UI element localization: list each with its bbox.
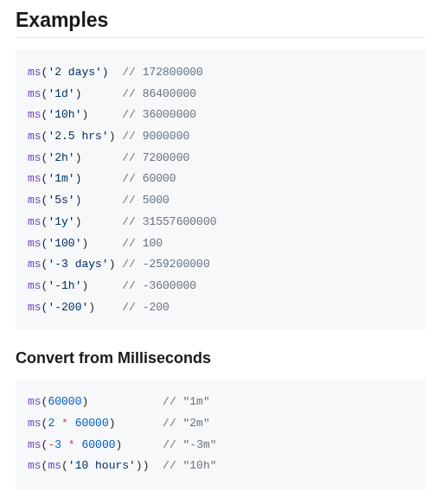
code-comment: // 86400000 xyxy=(122,87,196,100)
code-comment: // 60000 xyxy=(122,172,176,185)
code-comment: // 5000 xyxy=(122,194,169,207)
code-comment: // -200 xyxy=(122,301,169,314)
code-line: ms(2 * 60000) // "2m" xyxy=(28,413,413,435)
code-comment: // 36000000 xyxy=(122,108,196,121)
code-line: ms('10h') // 36000000 xyxy=(28,105,413,126)
code-comment: // "10h" xyxy=(163,459,216,472)
code-line: ms('1m') // 60000 xyxy=(28,169,413,190)
examples-heading: Examples xyxy=(16,9,425,38)
code-comment: // 172800000 xyxy=(122,66,203,79)
code-line: ms('-200') // -200 xyxy=(28,297,413,319)
code-line: ms('2.5 hrs') // 9000000 xyxy=(28,126,413,148)
code-line: ms(60000) // "1m" xyxy=(28,392,413,413)
convert-heading: Convert from Milliseconds xyxy=(16,349,425,367)
code-comment: // 31557600000 xyxy=(122,215,216,228)
code-comment: // 7200000 xyxy=(122,151,189,164)
code-line: ms('-3 days') // -259200000 xyxy=(28,254,413,276)
code-line: ms('2h') // 7200000 xyxy=(28,148,413,169)
code-line: ms(ms('10 hours')) // "10h" xyxy=(28,456,413,477)
code-block-examples: ms('2 days') // 172800000ms('1d') // 864… xyxy=(16,50,425,330)
code-line: ms('5s') // 5000 xyxy=(28,190,413,212)
code-comment: // -259200000 xyxy=(122,258,209,271)
code-block-convert: ms(60000) // "1m"ms(2 * 60000) // "2m"ms… xyxy=(16,380,425,489)
code-comment: // "-3m" xyxy=(163,438,216,451)
code-line: ms('1y') // 31557600000 xyxy=(28,212,413,233)
code-comment: // "1m" xyxy=(163,395,210,408)
code-line: ms('100') // 100 xyxy=(28,233,413,255)
code-line: ms('1d') // 86400000 xyxy=(28,84,413,105)
code-line: ms(-3 * 60000) // "-3m" xyxy=(28,435,413,456)
code-comment: // 100 xyxy=(122,237,163,250)
code-line: ms('2 days') // 172800000 xyxy=(28,62,413,84)
code-line: ms('-1h') // -3600000 xyxy=(28,276,413,297)
code-comment: // 9000000 xyxy=(122,130,189,143)
code-comment: // "2m" xyxy=(163,417,210,430)
code-comment: // -3600000 xyxy=(122,279,196,292)
